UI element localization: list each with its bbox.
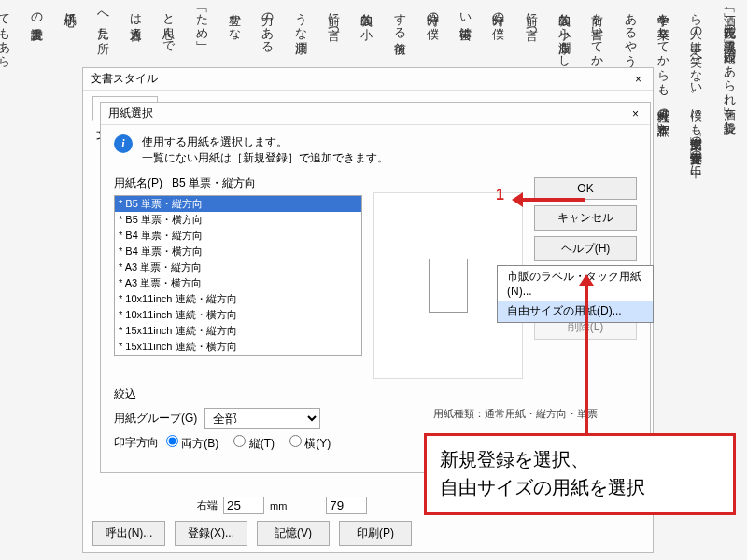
inner-title: 用紙選択 — [108, 105, 153, 121]
paper-select-dialog: 用紙選択 × i 使用する用紙を選択します。 一覧にない用紙は［新規登録］で追加… — [100, 102, 651, 473]
annotation-line2: 自由サイズの用紙を選択 — [440, 473, 720, 501]
paper-list-item[interactable]: * B4 単票・縦方向 — [115, 228, 361, 244]
paper-list-item[interactable]: * B4 単票・横方向 — [115, 244, 361, 259]
paper-list-item[interactable]: * B5 単票・横方向 — [115, 212, 361, 228]
margin-controls: 右端 mm — [197, 497, 367, 514]
menu-item-label-tack-paper[interactable]: 市販のラベル・タック用紙(N)... — [498, 266, 653, 301]
annotation-arrow-up — [585, 276, 588, 435]
outer-title: 文書スタイル — [91, 71, 158, 87]
paper-list-item[interactable]: * 10x11inch 連続・横方向 — [115, 307, 361, 323]
paper-list-item[interactable]: * A3 単票・縦方向 — [115, 259, 361, 275]
help-button[interactable]: ヘルプ(H) — [534, 236, 637, 261]
bg-text-line: 子供心に — [58, 5, 83, 555]
margin-value-input-2[interactable] — [326, 497, 367, 514]
cancel-button[interactable]: キャンセル — [534, 205, 637, 231]
paper-kind-label: 用紙種類：通常用紙・縦方向・単票 — [433, 407, 598, 421]
annotation-number: 1 — [496, 187, 504, 203]
info-text: 使用する用紙を選択します。 一覧にない用紙は［新規登録］で追加できます。 — [142, 134, 388, 166]
outer-bottom-button[interactable]: 登録(X)... — [175, 521, 247, 546]
ok-button[interactable]: OK — [534, 177, 637, 200]
outer-bottom-button[interactable]: 印刷(P) — [339, 521, 412, 546]
info-icon: i — [114, 134, 133, 153]
close-icon[interactable]: × — [628, 107, 642, 120]
radio-vertical[interactable]: 縦(T) — [233, 435, 275, 452]
radio-horizontal[interactable]: 横(Y) — [289, 435, 331, 452]
paper-group-select[interactable]: 全部 — [204, 408, 320, 429]
bg-text-line: の愛読書 — [24, 5, 49, 555]
outer-bottom-button[interactable]: 記憶(V) — [257, 521, 330, 546]
radio-both[interactable]: 両方(B) — [166, 435, 218, 452]
annotation-line1: 新規登録を選択、 — [440, 445, 720, 473]
info-line2: 一覧にない用紙は［新規登録］で追加できます。 — [142, 150, 388, 166]
outer-bottom-buttons: 呼出(N)...登録(X)...記憶(V)印刷(P) — [92, 521, 412, 546]
paper-listbox[interactable]: * B5 単票・縦方向* B5 単票・横方向* B4 単票・縦方向* B4 単票… — [114, 195, 362, 356]
filter-section-label: 絞込 — [114, 386, 637, 402]
paper-list-item[interactable]: * B5 単票・縦方向 — [115, 196, 361, 212]
paper-group-label: 用紙グループ(G) — [114, 411, 197, 427]
annotation-arrow-left — [514, 198, 585, 202]
paper-list-item[interactable]: * 10x11inch 連続・縦方向 — [115, 291, 361, 307]
new-register-dropdown-menu: 市販のラベル・タック用紙(N)... 自由サイズの用紙(D)... — [497, 265, 654, 323]
menu-item-free-size-paper[interactable]: 自由サイズの用紙(D)... — [498, 301, 653, 322]
info-row: i 使用する用紙を選択します。 一覧にない用紙は［新規登録］で追加できます。 — [101, 125, 650, 175]
paper-list-item[interactable]: * 15x11inch 連続・縦方向 — [115, 323, 361, 339]
outer-bottom-button[interactable]: 呼出(N)... — [92, 521, 165, 546]
paper-name-label: 用紙名(P) B5 単票・縦方向 — [114, 175, 362, 191]
margin-value-input[interactable] — [223, 497, 264, 514]
paper-list-item[interactable]: * A3 単票・横方向 — [115, 275, 361, 291]
page-preview-icon — [429, 259, 468, 313]
margin-label: 右端 — [197, 498, 218, 512]
print-direction-label: 印字方向 — [114, 435, 159, 451]
paper-list-item[interactable]: * ハガキ 単票・縦方向 — [115, 355, 361, 356]
paper-list-item[interactable]: * 15x11inch 連続・横方向 — [115, 339, 361, 355]
close-icon[interactable]: × — [631, 73, 645, 86]
inner-titlebar: 用紙選択 × — [101, 103, 650, 125]
margin-unit: mm — [270, 500, 287, 511]
outer-titlebar: 文書スタイル × — [83, 68, 653, 91]
annotation-box: 新規登録を選択、 自由サイズの用紙を選択 — [424, 433, 736, 515]
bg-text-line: てもあら — [0, 5, 17, 555]
info-line1: 使用する用紙を選択します。 — [142, 134, 388, 150]
